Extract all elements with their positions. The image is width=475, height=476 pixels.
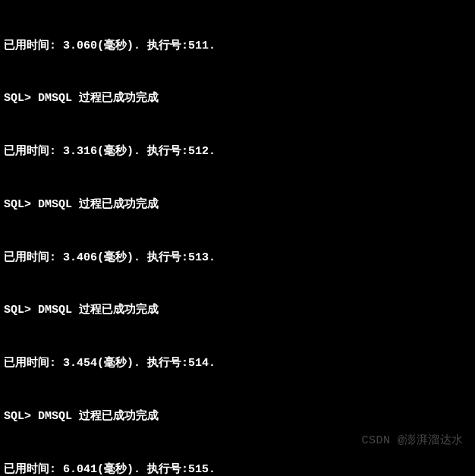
output-line: SQL> DMSQL 过程已成功完成 [4, 301, 471, 319]
output-line: 已用时间: 6.041(毫秒). 执行号:515. [4, 461, 471, 477]
output-line: 已用时间: 3.060(毫秒). 执行号:511. [4, 37, 471, 55]
csdn-watermark: CSDN @澎湃溜达水 [361, 432, 464, 449]
output-line: 已用时间: 3.406(毫秒). 执行号:513. [4, 249, 471, 266]
output-line: 已用时间: 3.316(毫秒). 执行号:512. [4, 143, 471, 160]
output-line: SQL> DMSQL 过程已成功完成 [4, 90, 471, 107]
terminal-output[interactable]: 已用时间: 3.060(毫秒). 执行号:511. SQL> DMSQL 过程已… [4, 2, 471, 476]
output-line: SQL> DMSQL 过程已成功完成 [4, 408, 471, 425]
output-line: 已用时间: 3.454(毫秒). 执行号:514. [4, 355, 471, 372]
output-line: SQL> DMSQL 过程已成功完成 [4, 196, 471, 213]
